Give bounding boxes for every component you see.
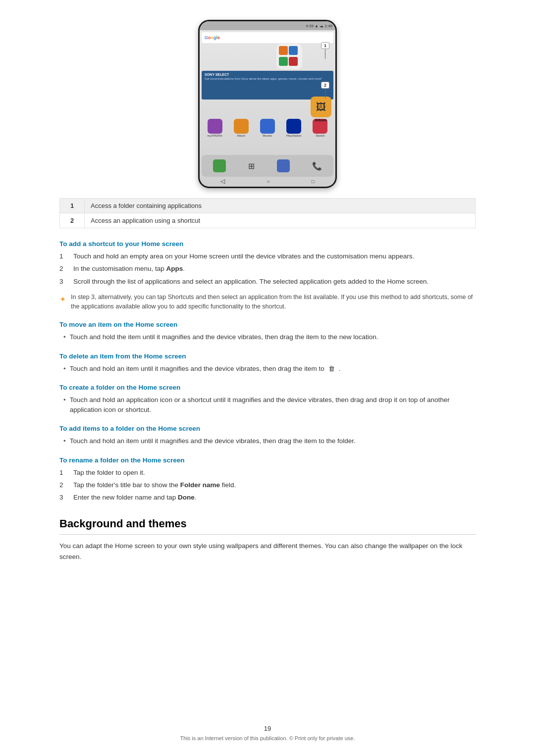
create-folder-bullet: Touch and hold an application icon or a … bbox=[59, 395, 476, 415]
app-myxperia: myXPERIA bbox=[208, 119, 222, 137]
rename-folder-steps: 1 Tap the folder to open it. 2 Tap the f… bbox=[59, 468, 476, 503]
app-icon-movies bbox=[260, 119, 275, 134]
delete-item-list: Touch and hold an item until it magnifie… bbox=[59, 364, 476, 374]
app-icon-playstation bbox=[286, 119, 301, 134]
rename-step-3: 3 Enter the new folder name and tap Done… bbox=[59, 493, 476, 503]
page-footer: 19 This is an Internet version of this p… bbox=[0, 725, 535, 741]
tip-icon: ✦ bbox=[59, 294, 66, 311]
background-section-body: You can adapt the Home screen to your ow… bbox=[59, 541, 476, 562]
legend-num-1: 1 bbox=[60, 199, 85, 213]
dock-phone bbox=[213, 159, 226, 172]
app-playstation: PlayStation bbox=[286, 119, 301, 137]
legend-row-1: 1 Access a folder containing application… bbox=[60, 199, 476, 213]
add-shortcut-step-1: 1 Touch and hold an empty area on your H… bbox=[59, 252, 476, 261]
add-shortcut-steps: 1 Touch and hold an empty area on your H… bbox=[59, 252, 476, 287]
legend-row-2: 2 Access an application using a shortcut bbox=[60, 213, 476, 228]
add-to-folder-bullet: Touch and hold an item until it magnifie… bbox=[59, 436, 476, 446]
tip-text: In step 3, alternatively, you can tap Sh… bbox=[71, 293, 476, 311]
dock-apps: ⊞ bbox=[248, 161, 255, 171]
legend-num-2: 2 bbox=[60, 213, 85, 228]
footer-note: This is an Internet version of this publ… bbox=[0, 735, 535, 741]
line-2 bbox=[325, 89, 325, 99]
rename-step-1: 1 Tap the folder to open it. bbox=[59, 468, 476, 478]
folder-app-3 bbox=[279, 57, 288, 66]
folder-app-1 bbox=[279, 46, 288, 55]
trash-icon: 🗑 bbox=[328, 364, 335, 374]
page: 4:39 ▲ ☁ 1:46 G o o g l e bbox=[0, 0, 535, 756]
phone-dock: ⊞ 📞 bbox=[202, 155, 333, 177]
dock-mail bbox=[277, 159, 290, 172]
folder-icon bbox=[276, 44, 302, 69]
phone-screen: 4:39 ▲ ☁ 1:46 G o o g l e bbox=[200, 21, 335, 187]
move-item-heading: To move an item on the Home screen bbox=[59, 321, 476, 328]
page-number: 19 bbox=[0, 725, 535, 732]
badge-2: 2 bbox=[321, 82, 329, 89]
sony-banner: SONY SELECT Get recommendations from Son… bbox=[202, 71, 333, 100]
app-icon-album bbox=[234, 119, 249, 134]
album-shortcut: 🖼 Album bbox=[311, 97, 331, 122]
sony-text: Get recommendations from Sony about the … bbox=[205, 77, 330, 81]
folder-group: Office bbox=[276, 44, 304, 74]
rename-folder-heading: To rename a folder on the Home screen bbox=[59, 456, 476, 464]
phone-container: 4:39 ▲ ☁ 1:46 G o o g l e bbox=[59, 20, 476, 188]
line-1 bbox=[325, 49, 325, 59]
sony-title: SONY SELECT bbox=[205, 73, 330, 76]
phone-status-bar: 4:39 ▲ ☁ 1:46 bbox=[200, 21, 335, 30]
legend-text-1: Access a folder containing applications bbox=[85, 199, 476, 213]
app-icon-myxperia bbox=[208, 119, 222, 134]
tip-box: ✦ In step 3, alternatively, you can tap … bbox=[59, 293, 476, 311]
legend-text-2: Access an application using a shortcut bbox=[85, 213, 476, 228]
phone-mockup: 4:39 ▲ ☁ 1:46 G o o g l e bbox=[198, 20, 337, 188]
app-album: Album bbox=[234, 119, 249, 137]
create-folder-heading: To create a folder on the Home screen bbox=[59, 384, 476, 391]
nav-circle: ○ bbox=[267, 179, 269, 184]
badge-1: 1 bbox=[321, 42, 329, 49]
badge-1-group: 1 bbox=[321, 42, 329, 59]
add-shortcut-heading: To add a shortcut to your Home screen bbox=[59, 240, 476, 248]
google-bar: G o o g l e bbox=[202, 32, 333, 43]
album-icon: 🖼 bbox=[311, 97, 331, 117]
add-to-folder-list: Touch and hold an item until it magnifie… bbox=[59, 436, 476, 446]
rename-step-2: 2 Tap the folder's title bar to show the… bbox=[59, 480, 476, 490]
add-shortcut-step-2: 2 In the customisation menu, tap Apps. bbox=[59, 264, 476, 274]
badge-2-group: 2 bbox=[321, 82, 329, 99]
status-text: 4:39 ▲ ☁ 1:46 bbox=[306, 24, 332, 28]
background-section-title: Background and themes bbox=[59, 517, 476, 535]
app-movies: Movies bbox=[260, 119, 275, 137]
phone-nav: ◁ ○ □ bbox=[200, 177, 335, 186]
dock-call: 📞 bbox=[312, 161, 322, 171]
create-folder-list: Touch and hold an application icon or a … bbox=[59, 395, 476, 415]
album-label: Album bbox=[315, 118, 327, 122]
move-item-list: Touch and hold the item until it magnifi… bbox=[59, 332, 476, 342]
move-item-bullet: Touch and hold the item until it magnifi… bbox=[59, 332, 476, 342]
add-to-folder-heading: To add items to a folder on the Home scr… bbox=[59, 425, 476, 432]
delete-item-bullet: Touch and hold an item until it magnifie… bbox=[59, 364, 476, 374]
nav-square: □ bbox=[312, 179, 315, 184]
folder-app-4 bbox=[289, 57, 298, 66]
folder-app-2 bbox=[289, 46, 298, 55]
legend-table: 1 Access a folder containing application… bbox=[59, 198, 476, 228]
nav-back: ◁ bbox=[220, 178, 225, 185]
add-shortcut-step-3: 3 Scroll through the list of application… bbox=[59, 277, 476, 287]
delete-item-heading: To delete an item from the Home screen bbox=[59, 353, 476, 360]
